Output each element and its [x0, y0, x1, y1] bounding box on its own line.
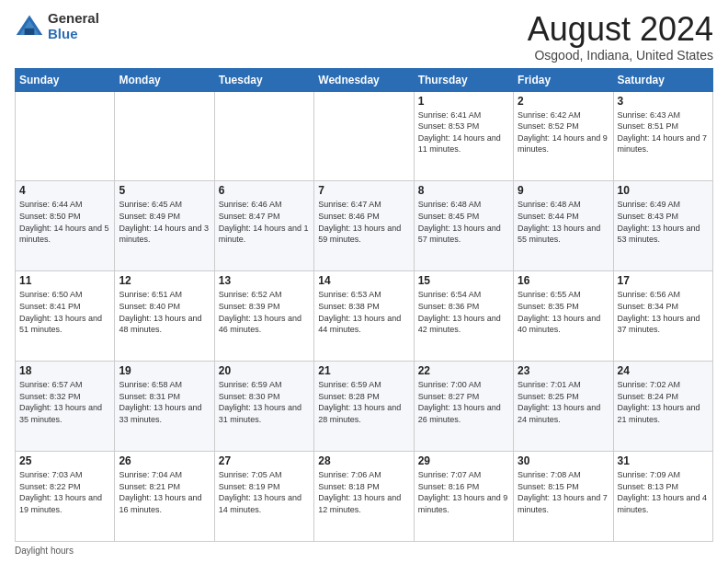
- day-info: Sunrise: 7:08 AM Sunset: 8:15 PM Dayligh…: [518, 469, 609, 515]
- day-info: Sunrise: 6:45 AM Sunset: 8:49 PM Dayligh…: [119, 199, 210, 245]
- day-number: 5: [119, 184, 210, 197]
- day-info: Sunrise: 7:07 AM Sunset: 8:16 PM Dayligh…: [418, 469, 509, 515]
- day-number: 29: [418, 454, 509, 467]
- day-number: 18: [19, 364, 110, 377]
- calendar-week-row: 1Sunrise: 6:41 AM Sunset: 8:53 PM Daylig…: [16, 91, 713, 181]
- calendar-cell: 12Sunrise: 6:51 AM Sunset: 8:40 PM Dayli…: [115, 271, 214, 362]
- calendar-cell: 23Sunrise: 7:01 AM Sunset: 8:25 PM Dayli…: [514, 362, 613, 452]
- calendar-week-row: 18Sunrise: 6:57 AM Sunset: 8:32 PM Dayli…: [16, 362, 713, 452]
- logo-blue-text: Blue: [48, 27, 99, 42]
- calendar-table: SundayMondayTuesdayWednesdayThursdayFrid…: [15, 68, 713, 542]
- day-info: Sunrise: 6:51 AM Sunset: 8:40 PM Dayligh…: [119, 289, 210, 335]
- location-text: Osgood, Indiana, United States: [528, 48, 713, 63]
- calendar-week-row: 25Sunrise: 7:03 AM Sunset: 8:22 PM Dayli…: [16, 452, 713, 542]
- day-info: Sunrise: 6:55 AM Sunset: 8:35 PM Dayligh…: [518, 289, 609, 335]
- calendar-cell: 19Sunrise: 6:58 AM Sunset: 8:31 PM Dayli…: [115, 362, 214, 452]
- calendar-cell: 5Sunrise: 6:45 AM Sunset: 8:49 PM Daylig…: [115, 181, 214, 271]
- calendar-cell: 30Sunrise: 7:08 AM Sunset: 8:15 PM Dayli…: [514, 452, 613, 542]
- weekday-header-friday: Friday: [514, 68, 613, 91]
- day-info: Sunrise: 6:47 AM Sunset: 8:46 PM Dayligh…: [318, 199, 409, 245]
- day-number: 4: [19, 184, 110, 197]
- weekday-header-thursday: Thursday: [414, 68, 513, 91]
- calendar-cell: 13Sunrise: 6:52 AM Sunset: 8:39 PM Dayli…: [214, 271, 313, 362]
- day-info: Sunrise: 7:09 AM Sunset: 8:13 PM Dayligh…: [618, 469, 709, 515]
- day-info: Sunrise: 7:03 AM Sunset: 8:22 PM Dayligh…: [19, 469, 110, 515]
- day-number: 1: [418, 95, 509, 108]
- day-info: Sunrise: 6:54 AM Sunset: 8:36 PM Dayligh…: [418, 289, 509, 335]
- day-number: 15: [418, 274, 509, 287]
- day-number: 28: [318, 454, 409, 467]
- calendar-cell: 16Sunrise: 6:55 AM Sunset: 8:35 PM Dayli…: [514, 271, 613, 362]
- day-number: 31: [618, 454, 709, 467]
- calendar-cell: 2Sunrise: 6:42 AM Sunset: 8:52 PM Daylig…: [514, 91, 613, 181]
- day-info: Sunrise: 6:44 AM Sunset: 8:50 PM Dayligh…: [19, 199, 110, 245]
- calendar-cell: 7Sunrise: 6:47 AM Sunset: 8:46 PM Daylig…: [314, 181, 414, 271]
- title-block: August 2024 Osgood, Indiana, United Stat…: [528, 11, 713, 63]
- day-info: Sunrise: 6:50 AM Sunset: 8:41 PM Dayligh…: [19, 289, 110, 335]
- day-number: 2: [518, 95, 609, 108]
- calendar-cell: 15Sunrise: 6:54 AM Sunset: 8:36 PM Dayli…: [414, 271, 513, 362]
- day-number: 9: [518, 184, 609, 197]
- month-title: August 2024: [528, 11, 713, 48]
- day-info: Sunrise: 6:52 AM Sunset: 8:39 PM Dayligh…: [219, 289, 310, 335]
- day-number: 27: [219, 454, 310, 467]
- day-info: Sunrise: 7:06 AM Sunset: 8:18 PM Dayligh…: [318, 469, 409, 515]
- day-info: Sunrise: 6:43 AM Sunset: 8:51 PM Dayligh…: [618, 109, 709, 155]
- day-info: Sunrise: 7:04 AM Sunset: 8:21 PM Dayligh…: [119, 469, 210, 515]
- calendar-cell: [115, 91, 214, 181]
- calendar-cell: 25Sunrise: 7:03 AM Sunset: 8:22 PM Dayli…: [16, 452, 115, 542]
- calendar-cell: 6Sunrise: 6:46 AM Sunset: 8:47 PM Daylig…: [214, 181, 313, 271]
- calendar-cell: 1Sunrise: 6:41 AM Sunset: 8:53 PM Daylig…: [414, 91, 513, 181]
- footer-note: Daylight hours: [15, 546, 713, 556]
- logo: General Blue: [15, 11, 99, 41]
- day-number: 11: [19, 274, 110, 287]
- calendar-cell: [16, 91, 115, 181]
- calendar-cell: [214, 91, 313, 181]
- calendar-cell: 28Sunrise: 7:06 AM Sunset: 8:18 PM Dayli…: [314, 452, 414, 542]
- calendar-cell: 26Sunrise: 7:04 AM Sunset: 8:21 PM Dayli…: [115, 452, 214, 542]
- calendar-cell: 24Sunrise: 7:02 AM Sunset: 8:24 PM Dayli…: [613, 362, 712, 452]
- calendar-cell: 27Sunrise: 7:05 AM Sunset: 8:19 PM Dayli…: [214, 452, 313, 542]
- day-info: Sunrise: 6:42 AM Sunset: 8:52 PM Dayligh…: [518, 109, 609, 155]
- day-number: 12: [119, 274, 210, 287]
- day-info: Sunrise: 6:53 AM Sunset: 8:38 PM Dayligh…: [318, 289, 409, 335]
- day-number: 22: [418, 364, 509, 377]
- day-info: Sunrise: 6:59 AM Sunset: 8:28 PM Dayligh…: [318, 379, 409, 425]
- day-info: Sunrise: 6:56 AM Sunset: 8:34 PM Dayligh…: [618, 289, 709, 335]
- day-number: 20: [219, 364, 310, 377]
- day-number: 23: [518, 364, 609, 377]
- day-info: Sunrise: 6:48 AM Sunset: 8:44 PM Dayligh…: [518, 199, 609, 245]
- calendar-cell: 18Sunrise: 6:57 AM Sunset: 8:32 PM Dayli…: [16, 362, 115, 452]
- day-info: Sunrise: 6:57 AM Sunset: 8:32 PM Dayligh…: [19, 379, 110, 425]
- day-number: 30: [518, 454, 609, 467]
- weekday-header-wednesday: Wednesday: [314, 68, 414, 91]
- calendar-week-row: 11Sunrise: 6:50 AM Sunset: 8:41 PM Dayli…: [16, 271, 713, 362]
- day-info: Sunrise: 7:00 AM Sunset: 8:27 PM Dayligh…: [418, 379, 509, 425]
- day-info: Sunrise: 6:59 AM Sunset: 8:30 PM Dayligh…: [219, 379, 310, 425]
- day-info: Sunrise: 7:01 AM Sunset: 8:25 PM Dayligh…: [518, 379, 609, 425]
- calendar-cell: 3Sunrise: 6:43 AM Sunset: 8:51 PM Daylig…: [613, 91, 712, 181]
- calendar-cell: [314, 91, 414, 181]
- calendar-cell: 20Sunrise: 6:59 AM Sunset: 8:30 PM Dayli…: [214, 362, 313, 452]
- day-info: Sunrise: 6:41 AM Sunset: 8:53 PM Dayligh…: [418, 109, 509, 155]
- day-number: 3: [618, 95, 709, 108]
- day-info: Sunrise: 6:46 AM Sunset: 8:47 PM Dayligh…: [219, 199, 310, 245]
- day-info: Sunrise: 6:48 AM Sunset: 8:45 PM Dayligh…: [418, 199, 509, 245]
- day-info: Sunrise: 7:05 AM Sunset: 8:19 PM Dayligh…: [219, 469, 310, 515]
- calendar-cell: 22Sunrise: 7:00 AM Sunset: 8:27 PM Dayli…: [414, 362, 513, 452]
- calendar-cell: 4Sunrise: 6:44 AM Sunset: 8:50 PM Daylig…: [16, 181, 115, 271]
- day-number: 16: [518, 274, 609, 287]
- day-number: 19: [119, 364, 210, 377]
- day-number: 13: [219, 274, 310, 287]
- weekday-header-saturday: Saturday: [613, 68, 712, 91]
- day-info: Sunrise: 6:58 AM Sunset: 8:31 PM Dayligh…: [119, 379, 210, 425]
- calendar-cell: 17Sunrise: 6:56 AM Sunset: 8:34 PM Dayli…: [613, 271, 712, 362]
- calendar-cell: 31Sunrise: 7:09 AM Sunset: 8:13 PM Dayli…: [613, 452, 712, 542]
- day-number: 24: [618, 364, 709, 377]
- day-number: 25: [19, 454, 110, 467]
- calendar-cell: 10Sunrise: 6:49 AM Sunset: 8:43 PM Dayli…: [613, 181, 712, 271]
- day-number: 17: [618, 274, 709, 287]
- svg-rect-2: [25, 28, 35, 34]
- calendar-cell: 14Sunrise: 6:53 AM Sunset: 8:38 PM Dayli…: [314, 271, 414, 362]
- calendar-cell: 11Sunrise: 6:50 AM Sunset: 8:41 PM Dayli…: [16, 271, 115, 362]
